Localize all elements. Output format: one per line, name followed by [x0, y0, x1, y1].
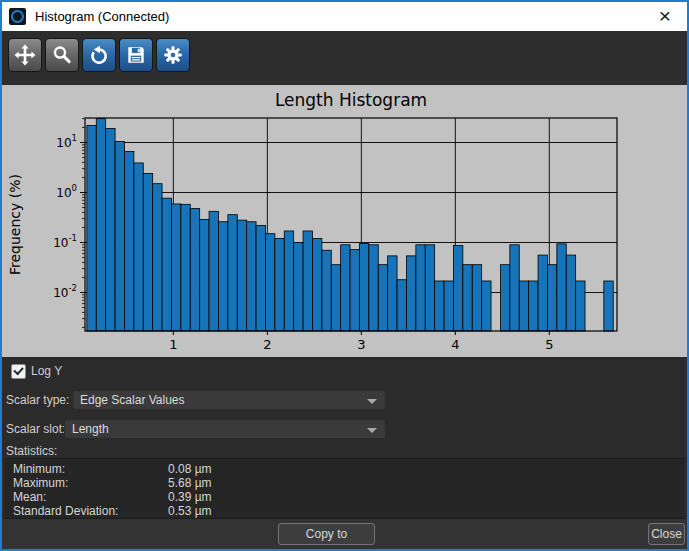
scalar-type-value: Edge Scalar Values: [80, 393, 185, 407]
svg-text:2: 2: [263, 337, 271, 352]
svg-text:Frequency (%): Frequency (%): [7, 174, 23, 275]
chevron-down-icon: [367, 428, 377, 433]
stat-label: Mean:: [13, 490, 46, 504]
toolbar: [2, 31, 687, 85]
close-window-icon[interactable]: ×: [643, 2, 687, 31]
svg-text:1: 1: [169, 337, 177, 352]
app-logo-icon: [9, 8, 26, 25]
histogram-chart[interactable]: 1234510110010-110-2Length HistogramFrequ…: [2, 85, 687, 357]
chevron-down-icon: [367, 399, 377, 404]
check-icon: [13, 365, 23, 376]
reset-icon: [88, 44, 110, 66]
scalar-type-label: Scalar type:: [6, 393, 69, 407]
window-title: Histogram (Connected): [35, 2, 169, 31]
chart-canvas: 1234510110010-110-2Length HistogramFrequ…: [2, 85, 687, 357]
svg-text:100: 100: [56, 183, 77, 200]
svg-text:10-2: 10-2: [53, 283, 77, 300]
stat-value: 5.68 µm: [168, 476, 212, 490]
histogram-dialog: Histogram (Connected) ×: [0, 0, 689, 551]
stat-label: Standard Deviation:: [13, 504, 118, 518]
stat-row-maximum: Maximum: 5.68 µm: [4, 476, 685, 490]
scalar-slot-label: Scalar slot:: [6, 422, 65, 436]
log-y-label: Log Y: [31, 364, 62, 378]
zoom-button[interactable]: [45, 38, 79, 72]
log-y-checkbox[interactable]: [11, 364, 26, 379]
statistics-heading: Statistics:: [6, 444, 57, 458]
svg-text:10-1: 10-1: [53, 233, 77, 250]
close-button[interactable]: Close: [648, 523, 685, 545]
pan-button[interactable]: [8, 38, 42, 72]
svg-text:4: 4: [451, 337, 459, 352]
save-icon: [125, 44, 147, 66]
stat-value: 0.39 µm: [168, 490, 212, 504]
stat-row-std-deviation: Standard Deviation: 0.53 µm: [4, 504, 685, 518]
svg-text:101: 101: [56, 133, 77, 150]
save-button[interactable]: [119, 38, 153, 72]
statistics-box: Minimum: 0.08 µm Maximum: 5.68 µm Mean: …: [4, 458, 685, 519]
stat-value: 0.53 µm: [168, 504, 212, 518]
zoom-icon: [51, 44, 73, 66]
scalar-slot-select[interactable]: Length: [64, 419, 386, 439]
stat-label: Maximum:: [13, 476, 68, 490]
scalar-type-select[interactable]: Edge Scalar Values: [72, 390, 386, 410]
stat-value: 0.08 µm: [168, 462, 212, 476]
settings-icon: [162, 44, 184, 66]
stat-label: Minimum:: [13, 462, 65, 476]
scalar-slot-value: Length: [72, 422, 109, 436]
svg-text:5: 5: [545, 337, 553, 352]
stat-row-mean: Mean: 0.39 µm: [4, 490, 685, 504]
footer-bar: Copy to Clipboard Close: [2, 519, 687, 549]
settings-button[interactable]: [156, 38, 190, 72]
svg-text:Length Histogram: Length Histogram: [275, 90, 427, 110]
pan-icon: [14, 44, 36, 66]
reset-button[interactable]: [82, 38, 116, 72]
titlebar[interactable]: Histogram (Connected) ×: [2, 2, 687, 31]
svg-text:3: 3: [357, 337, 365, 352]
stat-row-minimum: Minimum: 0.08 µm: [4, 462, 685, 476]
copy-to-clipboard-button[interactable]: Copy to Clipboard: [278, 523, 375, 545]
